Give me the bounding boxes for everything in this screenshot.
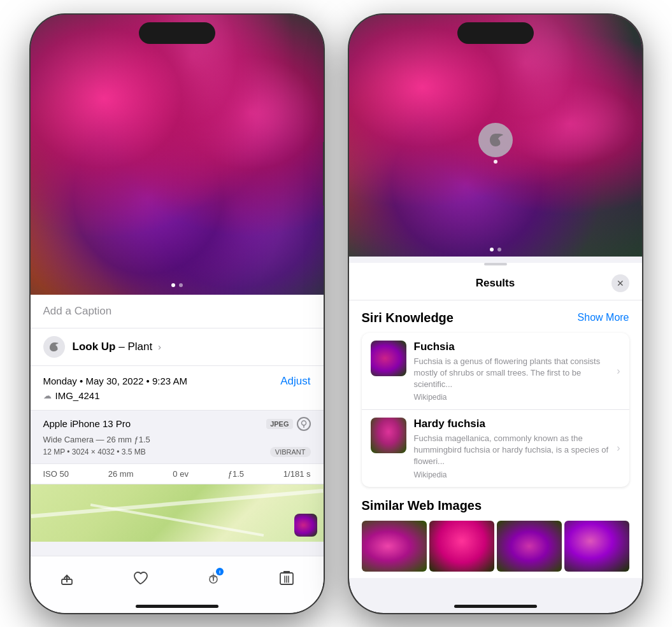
exif-iso: ISO 50 <box>43 469 69 479</box>
lookup-chevron: › <box>158 341 161 352</box>
fuchsia-chevron: › <box>617 365 620 377</box>
fuchsia-name: Fuchsia <box>414 341 610 353</box>
filename-text: IMG_4241 <box>55 390 100 401</box>
trash-button[interactable] <box>278 569 296 587</box>
similar-images-row <box>362 521 629 572</box>
map-section[interactable] <box>31 484 324 542</box>
exif-aperture: ƒ1.5 <box>228 469 244 479</box>
lookup-row[interactable]: Look Up – Plant › <box>31 328 324 366</box>
camera-detail: Wide Camera — 26 mm ƒ1.5 <box>43 435 311 444</box>
share-button[interactable] <box>58 569 76 587</box>
hardy-desc: Fuchsia magellanica, commonly known as t… <box>414 433 610 468</box>
info-button[interactable]: i <box>204 569 222 587</box>
page-dot-1 <box>171 283 175 287</box>
lookup-label: Look Up – Plant › <box>73 341 161 353</box>
similar-title: Similar Web Images <box>362 498 629 513</box>
share-icon <box>59 570 75 586</box>
vibrant-badge: VIBRANT <box>270 447 311 457</box>
camera-specs-row: 12 MP • 3024 × 4032 • 3.5 MB VIBRANT <box>43 447 311 457</box>
exif-focal: 26 mm <box>108 469 134 479</box>
mp-info: 12 MP • 3024 × 4032 • 3.5 MB <box>43 447 146 456</box>
page-dot-2 <box>179 283 183 287</box>
sim-image-2[interactable] <box>429 521 494 572</box>
right-page-dot-1 <box>490 248 494 251</box>
hardy-chevron: › <box>617 442 620 454</box>
camera-model: Apple iPhone 13 Pro <box>43 418 131 429</box>
map-thumbnail <box>294 514 317 537</box>
caption-placeholder[interactable]: Add a Caption <box>43 305 112 317</box>
hardy-text: Hardy fuchsia Fuchsia magellanica, commo… <box>414 418 610 479</box>
exif-ev: 0 ev <box>173 469 189 479</box>
camera-header: Apple iPhone 13 Pro JPEG <box>43 417 311 431</box>
visual-search-button[interactable] <box>478 123 513 157</box>
meta-date: Monday • May 30, 2022 • 9:23 AM <box>43 376 187 386</box>
similar-section: Similar Web Images <box>349 488 642 578</box>
sim-image-3[interactable] <box>497 521 562 572</box>
home-indicator-right <box>454 605 537 608</box>
right-flower-photo[interactable] <box>349 15 642 257</box>
heart-icon <box>132 570 148 586</box>
exif-row: ISO 50 26 mm 0 ev ƒ1.5 1/181 s <box>31 464 324 484</box>
meta-filename: ☁ IMG_4241 <box>43 390 311 401</box>
lookup-bold: Look Up <box>73 341 116 353</box>
flower-photo[interactable] <box>31 15 324 295</box>
sheet-handle[interactable] <box>484 263 507 265</box>
sim-image-1[interactable] <box>362 521 427 572</box>
siri-knowledge-section: Siri Knowledge Show More Fuchsia Fuchsia… <box>349 300 642 487</box>
right-phone: Results ✕ Siri Knowledge Show More Fuchs <box>349 15 642 613</box>
vs-dot <box>494 160 497 164</box>
home-indicator <box>136 605 218 608</box>
page-indicator <box>171 283 183 287</box>
right-page-dot-2 <box>497 248 501 251</box>
camera-section: Apple iPhone 13 Pro JPEG Wide Camera — 2… <box>31 411 324 464</box>
phone-notch-right <box>457 22 534 44</box>
close-button[interactable]: ✕ <box>611 274 629 292</box>
meta-date-row: Monday • May 30, 2022 • 9:23 AM Adjust <box>43 375 311 388</box>
left-phone: Add a Caption Look Up – Plant › <box>31 15 324 613</box>
results-sheet: Results ✕ Siri Knowledge Show More Fuchs <box>349 263 642 578</box>
fuchsia-item[interactable]: Fuchsia Fuchsia is a genus of flowering … <box>362 333 629 411</box>
siri-knowledge-title: Siri Knowledge <box>362 311 454 325</box>
results-header: Results ✕ <box>349 269 642 300</box>
adjust-button[interactable]: Adjust <box>280 375 310 388</box>
fuchsia-source: Wikipedia <box>414 393 610 402</box>
meta-section: Monday • May 30, 2022 • 9:23 AM Adjust ☁… <box>31 366 324 411</box>
fuchsia-text: Fuchsia Fuchsia is a genus of flowering … <box>414 341 610 402</box>
hardy-source: Wikipedia <box>414 470 610 479</box>
right-page-indicator <box>490 248 501 251</box>
location-pin-icon <box>301 420 307 428</box>
phone-notch <box>139 22 215 44</box>
lookup-text: Look Up – Plant › <box>73 341 161 353</box>
svg-point-0 <box>301 421 306 425</box>
hardy-thumb <box>371 418 406 453</box>
leaf-icon <box>48 341 60 353</box>
heart-button[interactable] <box>131 569 149 587</box>
close-icon: ✕ <box>617 278 624 288</box>
fuchsia-thumb <box>371 341 406 376</box>
photo-overlay <box>31 15 324 295</box>
fuchsia-desc: Fuchsia is a genus of flowering plants t… <box>414 356 610 391</box>
exif-shutter: 1/181 s <box>283 469 311 479</box>
lookup-dash: – <box>118 341 127 353</box>
visual-search-icon <box>487 131 504 149</box>
cloud-icon: ☁ <box>43 391 52 400</box>
photo-info: Add a Caption Look Up – Plant › <box>31 295 324 542</box>
trash-icon <box>280 570 294 586</box>
left-screen: Add a Caption Look Up – Plant › <box>31 15 324 613</box>
show-more-button[interactable]: Show More <box>578 312 629 323</box>
info-badge: i <box>216 568 224 575</box>
hardy-name: Hardy fuchsia <box>414 418 610 430</box>
hardy-fuchsia-item[interactable]: Hardy fuchsia Fuchsia magellanica, commo… <box>362 410 629 487</box>
right-screen: Results ✕ Siri Knowledge Show More Fuchs <box>349 15 642 613</box>
lookup-icon-circle <box>43 336 65 358</box>
sim-image-4[interactable] <box>564 521 629 572</box>
lookup-type: Plant <box>127 341 152 353</box>
section-header: Siri Knowledge Show More <box>362 311 629 325</box>
svg-point-6 <box>213 577 214 578</box>
results-title: Results <box>380 277 611 290</box>
knowledge-card: Fuchsia Fuchsia is a genus of flowering … <box>362 333 629 487</box>
jpeg-badge: JPEG <box>266 419 292 429</box>
caption-area[interactable]: Add a Caption <box>31 295 324 328</box>
location-icon <box>297 417 311 431</box>
